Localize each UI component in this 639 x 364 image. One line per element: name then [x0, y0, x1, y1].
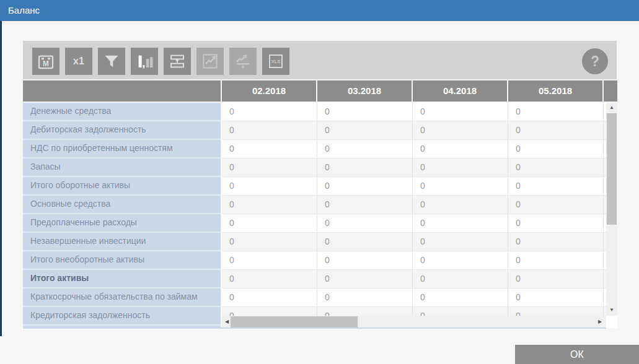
value-cell: 0 — [222, 158, 317, 176]
value-cell: 0 — [413, 103, 508, 121]
bar-chart-icon — [135, 52, 154, 71]
dialog-title: Баланс — [8, 5, 40, 15]
value-cell: 0 — [413, 270, 508, 288]
collapse-rows-icon — [168, 52, 187, 71]
row-label: Дебиторская задолженность — [23, 121, 221, 140]
value-cell: 0 — [413, 288, 508, 306]
ok-button[interactable]: ОК — [515, 345, 639, 364]
label-rows: Денежные средстваДебиторская задолженнос… — [23, 103, 221, 329]
month-scale-button[interactable]: M — [32, 48, 59, 75]
multiplier-x1-button[interactable]: x1 — [65, 48, 92, 75]
value-cell: 0 — [508, 214, 604, 232]
column-header: 03.2018 — [317, 80, 412, 102]
value-cell: 0 — [508, 196, 604, 214]
collapse-rows-button[interactable] — [164, 48, 191, 75]
xls-glyph: XLS — [271, 59, 281, 64]
table-row: 0000 — [222, 121, 606, 140]
value-cell: 0 — [222, 270, 317, 288]
value-cell: 0 — [222, 103, 317, 121]
vertical-scrollbar[interactable]: ▲ ▼ — [606, 103, 617, 316]
value-cell: 0 — [317, 140, 413, 158]
table-bottom-border — [23, 327, 606, 329]
dialog-title-bar: Баланс — [0, 0, 639, 21]
row-label: Краткосрочные обязательства по займам — [23, 288, 221, 307]
value-cell: 0 — [508, 121, 604, 139]
table-row: 0000 — [222, 196, 606, 214]
table-row: 0000 — [222, 103, 606, 121]
data-grid: 02.201803.201804.201805.2018 00000000000… — [222, 80, 606, 329]
value-cell: 0 — [317, 251, 413, 269]
value-cell: 0 — [413, 121, 508, 139]
scroll-up-button[interactable]: ▲ — [606, 103, 617, 112]
table-row: 0000 — [222, 140, 606, 158]
table-row: 0000 — [222, 214, 606, 233]
row-label: Итого активы — [23, 270, 221, 288]
scrollbar-corner — [606, 316, 617, 328]
column-header: 04.2018 — [413, 80, 507, 102]
export-xls-button[interactable]: XLS — [262, 48, 289, 75]
value-cell: 0 — [413, 140, 508, 158]
value-cell: 0 — [222, 214, 317, 232]
value-cell: 0 — [317, 158, 413, 176]
table-row: 0000 — [222, 251, 606, 270]
value-cell: 0 — [413, 251, 508, 269]
scroll-left-button[interactable]: ◀ — [223, 316, 231, 328]
value-cell: 0 — [222, 121, 317, 139]
value-cell: 0 — [508, 140, 604, 158]
table-row: 0000 — [222, 288, 606, 307]
window-left-edge — [0, 21, 2, 336]
xls-icon: XLS — [267, 52, 285, 71]
column-header: 05.2018 — [508, 80, 602, 102]
horizontal-scrollbar-thumb[interactable] — [231, 316, 358, 327]
table-row: 0000 — [222, 270, 606, 288]
value-cell: 0 — [508, 158, 604, 176]
line-chart-icon — [201, 52, 219, 71]
bar-chart-button[interactable] — [131, 48, 158, 75]
row-label: Предоплаченные расходы — [23, 214, 221, 233]
value-cell: 0 — [222, 196, 317, 214]
row-label: Кредиторская задолженность — [23, 307, 221, 326]
x1-icon: x1 — [73, 56, 84, 67]
value-cell: 0 — [508, 270, 604, 288]
line-chart-button — [196, 48, 224, 75]
value-cell: 0 — [317, 214, 413, 232]
value-cell: 0 — [508, 177, 604, 195]
value-cell: 0 — [222, 251, 317, 269]
value-cell: 0 — [222, 233, 317, 251]
value-cell: 0 — [222, 288, 317, 306]
value-cell: 0 — [508, 103, 604, 121]
calendar-month-icon: M — [37, 52, 55, 71]
horizontal-scrollbar[interactable]: ◀ ▶ — [222, 316, 606, 328]
table-row: 0000 — [222, 158, 606, 177]
row-label: Денежные средства — [23, 103, 221, 121]
table-row: 0000 — [222, 177, 606, 196]
value-cell: 0 — [317, 177, 413, 195]
row-label: Итого внеоборотные активы — [23, 251, 221, 270]
help-button[interactable]: ? — [582, 48, 608, 74]
row-label: НДС по приобретенным ценностям — [23, 140, 221, 158]
vertical-scrollbar-thumb[interactable] — [607, 113, 617, 225]
value-cell: 0 — [508, 251, 604, 269]
ok-button-label: ОК — [570, 349, 584, 360]
trend-chart-button — [229, 48, 257, 75]
filter-button[interactable] — [98, 48, 125, 75]
value-cell: 0 — [317, 233, 413, 251]
value-cell: 0 — [413, 196, 508, 214]
scroll-right-button[interactable]: ▶ — [596, 316, 604, 328]
scroll-down-button[interactable]: ▼ — [606, 306, 617, 314]
value-cell: 0 — [317, 196, 413, 214]
column-header-row: 02.201803.201804.201805.2018 — [222, 80, 606, 103]
value-cell: 0 — [413, 158, 508, 176]
value-cell: 0 — [317, 288, 413, 306]
filter-funnel-icon — [102, 52, 121, 71]
value-cell: 0 — [413, 233, 508, 251]
value-cell: 0 — [317, 121, 413, 139]
month-glyph: M — [43, 59, 49, 68]
value-cell: 0 — [222, 177, 317, 195]
value-cell: 0 — [413, 177, 508, 195]
value-cell: 0 — [413, 214, 508, 232]
label-column-header — [23, 80, 221, 102]
table-row: 0000 — [222, 233, 606, 251]
row-label: Запасы — [23, 158, 221, 177]
row-label-column: Денежные средстваДебиторская задолженнос… — [23, 80, 221, 329]
